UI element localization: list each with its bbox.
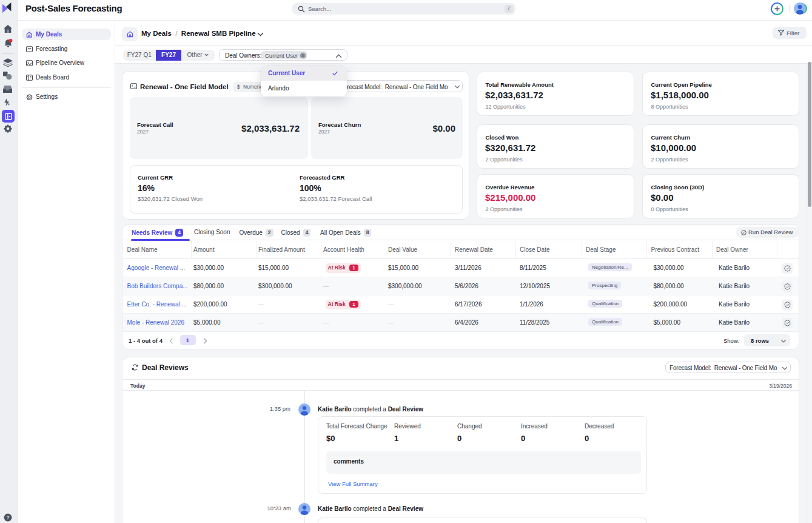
svg-text:?: ? [7, 515, 10, 521]
